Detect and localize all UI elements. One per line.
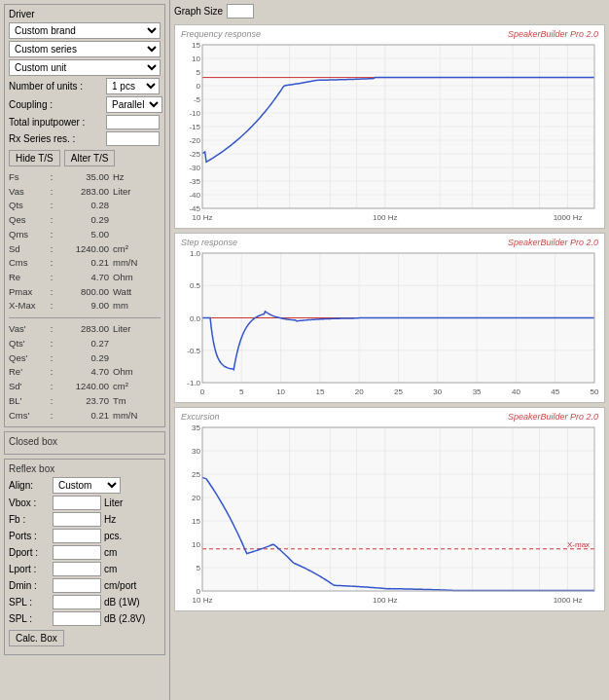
rx-series-label: Rx Series res. : — [9, 133, 106, 144]
num-units-label: Number of units : — [9, 81, 106, 92]
align-row: Align: Custom B4 QB3 C4 — [9, 477, 161, 494]
excursion-canvas — [175, 408, 604, 611]
reflex-box-section: Reflex box Align: Custom B4 QB3 C4 Vbox … — [4, 459, 165, 655]
dmin-field[interactable]: 11.41 — [53, 578, 101, 593]
vbox-unit: Liter — [104, 497, 123, 508]
ports-field[interactable]: 3 — [53, 529, 101, 543]
step-title: Step response — [181, 238, 237, 247]
brand-select[interactable]: Custom brand — [9, 22, 161, 39]
total-input-row: Total inputpower : 200 — [9, 115, 161, 129]
spl-1w-label: SPL : — [9, 597, 53, 608]
calc-box-row: Calc. Box — [9, 630, 161, 646]
rx-series-field[interactable]: 0 — [106, 131, 160, 146]
ports-row: Ports : 3 pcs. — [9, 529, 161, 543]
total-input-field[interactable]: 200 — [106, 115, 160, 129]
lport-row: Lport : 44.27 cm — [9, 562, 161, 576]
driver-section: Driver Custom brand Custom series Custom… — [4, 4, 165, 427]
left-panel: Driver Custom brand Custom series Custom… — [0, 0, 170, 700]
num-units-row: Number of units : 1 pcs — [9, 78, 161, 94]
dport-field[interactable]: 15 — [53, 545, 101, 560]
dport-row: Dport : 15 cm — [9, 545, 161, 560]
lport-label: Lport : — [9, 564, 53, 574]
freq-brand: SpeakerBuilder Pro 2.0 — [508, 29, 598, 39]
frequency-graph: Frequency response SpeakerBuilder Pro 2.… — [174, 24, 605, 229]
dmin-row: Dmin : 11.41 cm/port — [9, 578, 161, 593]
vbox-row: Vbox : 235 Liter — [9, 496, 161, 510]
spl-2v8-label: SPL : — [9, 613, 53, 624]
spl-1w-row: SPL : 98.09 dB (1W) — [9, 595, 161, 609]
spl-2v8-field[interactable]: 100.37 — [53, 611, 101, 626]
spl-1w-field[interactable]: 98.09 — [53, 595, 101, 609]
reflex-box-label: Reflex box — [9, 463, 161, 474]
vbox-label: Vbox : — [9, 497, 53, 508]
graph-size-label: Graph Size — [174, 6, 223, 17]
ts-prime-params: Vas':283.00Liter Qts':0.27 Qes':0.29 Re'… — [9, 322, 161, 423]
coupling-label: Coupling : — [9, 99, 106, 110]
spl-1w-unit: dB (1W) — [104, 597, 140, 608]
coupling-select[interactable]: Parallel — [106, 96, 162, 113]
align-select[interactable]: Custom B4 QB3 C4 — [53, 477, 121, 494]
lport-field[interactable]: 44.27 — [53, 562, 101, 576]
total-input-label: Total inputpower : — [9, 117, 106, 128]
hide-ts-button[interactable]: Hide T/S — [9, 150, 60, 166]
graph-size-row: Graph Size — [174, 4, 605, 18]
spl-2v8-unit: dB (2.8V) — [104, 613, 145, 624]
alter-ts-button[interactable]: Alter T/S — [64, 150, 116, 166]
excursion-title: Excursion — [181, 412, 220, 422]
vbox-field[interactable]: 235 — [53, 496, 101, 510]
fb-label: Fb : — [9, 514, 53, 525]
ts-params: Fs:35.00Hz Vas:283.00Liter Qts:0.28 Qes:… — [9, 170, 161, 313]
closed-box-section: Closed box — [4, 431, 165, 455]
ports-unit: pcs. — [104, 531, 122, 541]
fb-row: Fb : 35 Hz — [9, 512, 161, 527]
step-brand: SpeakerBuilder Pro 2.0 — [508, 238, 598, 247]
graph-size-input[interactable] — [227, 4, 254, 18]
freq-title: Frequency response — [181, 29, 261, 39]
rx-series-row: Rx Series res. : 0 — [9, 131, 161, 146]
ports-label: Ports : — [9, 531, 53, 541]
step-graph: Step response SpeakerBuilder Pro 2.0 — [174, 233, 605, 403]
coupling-row: Coupling : Parallel — [9, 96, 161, 113]
freq-canvas — [175, 25, 604, 229]
excursion-graph: Excursion SpeakerBuilder Pro 2.0 — [174, 407, 605, 611]
dport-label: Dport : — [9, 547, 53, 558]
fb-unit: Hz — [104, 514, 116, 525]
dport-unit: cm — [104, 547, 117, 558]
calc-box-button[interactable]: Calc. Box — [9, 630, 64, 646]
dmin-unit: cm/port — [104, 580, 136, 591]
fb-field[interactable]: 35 — [53, 512, 101, 527]
step-canvas — [175, 234, 604, 403]
unit-select[interactable]: Custom unit — [9, 59, 161, 76]
series-select[interactable]: Custom series — [9, 41, 161, 57]
align-label: Align: — [9, 480, 53, 491]
driver-label: Driver — [9, 9, 161, 19]
num-units-select[interactable]: 1 pcs — [106, 78, 160, 94]
excursion-brand: SpeakerBuilder Pro 2.0 — [508, 412, 598, 422]
dmin-label: Dmin : — [9, 580, 53, 591]
ts-buttons: Hide T/S Alter T/S — [9, 150, 161, 166]
right-panel: Graph Size Frequency response SpeakerBui… — [170, 0, 609, 700]
lport-unit: cm — [104, 564, 117, 574]
spl-2v8-row: SPL : 100.37 dB (2.8V) — [9, 611, 161, 626]
closed-box-label: Closed box — [9, 436, 161, 447]
